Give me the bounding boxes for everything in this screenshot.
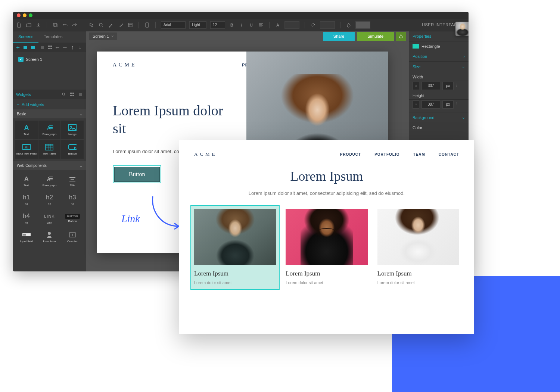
widget-web-text[interactable]: AText (15, 172, 38, 190)
height-unit-select[interactable]: px (442, 100, 454, 109)
copy-icon[interactable] (52, 22, 58, 28)
search-icon[interactable] (98, 22, 104, 28)
widgets-list-icon[interactable] (78, 92, 83, 97)
svg-rect-18 (69, 125, 76, 131)
s2-nav-team[interactable]: TEAM (413, 152, 425, 156)
lock-icon[interactable]: ⠇ (456, 83, 461, 88)
card-2[interactable]: Lorem Ipsum Lorem dolor sit amet (286, 209, 367, 286)
new-file-icon[interactable] (16, 22, 22, 28)
add-widgets-button[interactable]: ＋ Add widgets (13, 99, 86, 109)
s2-nav-portfolio[interactable]: PORTFOLIO (374, 152, 399, 156)
fill-icon[interactable] (310, 22, 316, 28)
section-position[interactable]: Position › (409, 51, 469, 61)
undo-icon[interactable] (62, 22, 68, 28)
section-basic[interactable]: Basic ⌵ (13, 109, 86, 118)
selected-element-row: Rectangle (409, 41, 469, 51)
svg-text:A: A (24, 175, 29, 182)
widgets-grid-icon[interactable] (69, 92, 75, 97)
width-mode-select[interactable]: ‹› (413, 82, 419, 90)
text-color-icon[interactable]: A (275, 22, 281, 28)
text-color-swatch[interactable] (284, 21, 299, 29)
download-icon[interactable] (35, 22, 41, 28)
widget-counter[interactable]: 1Counter (61, 228, 84, 246)
screen-thumb-icon (18, 57, 24, 62)
fill-swatch[interactable] (320, 21, 335, 29)
section-web-components[interactable]: Web Components ⌵ (13, 161, 86, 170)
nav-back-icon[interactable]: ← (55, 45, 60, 50)
widget-image[interactable]: Image (61, 121, 84, 139)
eyedropper-icon[interactable] (118, 22, 124, 28)
close-tab-icon[interactable]: × (111, 34, 113, 38)
bold-icon[interactable]: B (229, 22, 235, 28)
add-folder-icon[interactable] (23, 45, 28, 50)
section-background[interactable]: Background ⌵ (409, 112, 469, 122)
maximize-window-icon[interactable] (29, 13, 32, 17)
nav-up-icon[interactable]: ↑ (70, 45, 75, 50)
opacity-swatch[interactable] (355, 21, 370, 29)
svg-rect-4 (146, 23, 149, 27)
underline-icon[interactable]: U (248, 22, 254, 28)
card-1[interactable]: Lorem Ipsum Lorem dolor sit amet (190, 205, 280, 290)
add-screen-icon[interactable]: ＋ (15, 45, 21, 50)
width-input[interactable]: 307 (421, 82, 440, 90)
layout-icon[interactable] (127, 22, 133, 28)
height-mode-select[interactable]: ‹› (413, 100, 419, 109)
widget-user-icon[interactable]: User icon (38, 228, 61, 246)
widget-web-button[interactable]: BUTTONButton (61, 209, 84, 227)
minimize-window-icon[interactable] (23, 13, 27, 17)
widget-button[interactable]: Button (61, 140, 84, 159)
opacity-icon[interactable] (346, 22, 352, 28)
add-image-icon[interactable] (30, 45, 35, 50)
list-view-icon[interactable] (40, 45, 45, 50)
widget-h1[interactable]: h1h1 (15, 191, 38, 209)
device-icon[interactable] (144, 22, 150, 28)
font-size-input[interactable]: 12 (210, 21, 225, 29)
widget-web-paragraph[interactable]: AParagraph (38, 172, 61, 190)
widgets-search-icon[interactable] (61, 92, 66, 97)
redo-icon[interactable] (72, 22, 78, 28)
widget-h3[interactable]: h3h3 (61, 191, 84, 209)
s2-nav-product[interactable]: PRODUCT (340, 152, 361, 156)
card-3[interactable]: Lorem Ipsum Lorem dolor sit amet (377, 209, 459, 286)
grid-view-icon[interactable] (47, 45, 53, 50)
card-text: Lorem dolor sit amet (377, 280, 459, 286)
widget-web-title[interactable]: Title (61, 172, 84, 190)
font-weight-select[interactable]: Light (189, 21, 206, 29)
highlighter-icon[interactable] (108, 22, 114, 28)
simulate-button[interactable]: Simulate (357, 32, 394, 41)
widget-link[interactable]: LINKLink (38, 209, 61, 227)
widget-paragraph[interactable]: AParagraph (38, 121, 61, 139)
s2-nav-contact[interactable]: CONTACT (439, 152, 459, 156)
color-label: Color (409, 122, 469, 131)
user-avatar[interactable] (455, 22, 469, 36)
widgets-label: Widgets (16, 92, 31, 97)
svg-text:A|: A| (25, 145, 28, 150)
height-input[interactable]: 307 (421, 100, 440, 109)
close-window-icon[interactable] (17, 13, 21, 17)
screen-item[interactable]: Screen 1 (16, 55, 83, 64)
font-family-select[interactable]: Arial (161, 21, 186, 29)
widget-h4[interactable]: h4h4 (15, 209, 38, 227)
nav-down-icon[interactable]: ↓ (77, 45, 83, 50)
tab-screens[interactable]: Screens (13, 31, 38, 43)
widget-input-text[interactable]: A|Input Text Field (15, 140, 38, 159)
simulate-settings-button[interactable] (396, 32, 406, 41)
widget-input-field[interactable]: Input field (15, 228, 38, 246)
widget-text[interactable]: AText (15, 121, 38, 139)
lock-icon[interactable]: ⠇ (456, 102, 461, 107)
widget-h2[interactable]: h2h2 (38, 191, 61, 209)
canvas-tab[interactable]: Screen 1 × (89, 32, 117, 40)
cursor-icon[interactable] (88, 22, 94, 28)
share-button[interactable]: Share (323, 32, 355, 41)
align-icon[interactable] (258, 22, 264, 28)
open-folder-icon[interactable] (26, 22, 32, 28)
tab-templates[interactable]: Templates (38, 31, 68, 43)
hero-button[interactable]: Button (114, 167, 160, 182)
svg-rect-0 (53, 23, 56, 26)
nav-fwd-icon[interactable]: → (62, 45, 68, 50)
italic-icon[interactable]: I (239, 22, 245, 28)
widget-text-table[interactable]: Text Table (38, 140, 61, 159)
screens-list: Screen 1 (13, 52, 86, 90)
section-size[interactable]: Size ⌵ (409, 61, 469, 72)
width-unit-select[interactable]: px (442, 82, 454, 90)
